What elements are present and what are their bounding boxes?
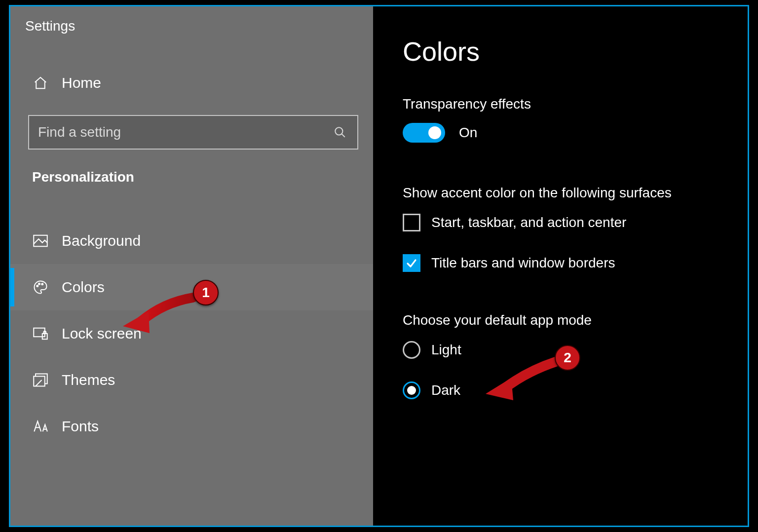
sidebar-section-header: Personalization [10, 150, 373, 185]
svg-point-0 [335, 127, 342, 135]
main-panel: Colors Transparency effects On Show acce… [373, 6, 748, 526]
sidebar-item-label: Themes [62, 372, 115, 388]
sidebar-item-label: Lock screen [62, 325, 142, 342]
transparency-state: On [459, 125, 477, 141]
checkbox-icon [403, 214, 420, 231]
sidebar-item-label: Colors [62, 279, 105, 296]
svg-rect-8 [34, 377, 45, 386]
radio-light[interactable]: Light [403, 341, 748, 359]
radio-label: Dark [431, 382, 460, 398]
checkbox-start-taskbar[interactable]: Start, taskbar, and action center [403, 214, 748, 231]
palette-icon [33, 280, 48, 295]
transparency-toggle[interactable] [403, 123, 445, 143]
search-icon [334, 126, 346, 139]
sidebar-item-lock-screen[interactable]: Lock screen [10, 310, 373, 357]
sidebar-nav: Background Colors Lock screen [10, 218, 373, 450]
sidebar-item-themes[interactable]: Themes [10, 357, 373, 403]
sidebar-item-background[interactable]: Background [10, 218, 373, 264]
checkbox-icon [403, 254, 420, 272]
radio-dark[interactable]: Dark 2 [403, 381, 748, 399]
sidebar-item-fonts[interactable]: Fonts [10, 403, 373, 450]
fonts-icon [33, 419, 48, 434]
svg-point-4 [38, 283, 40, 285]
app-mode-label: Choose your default app mode [403, 312, 748, 328]
sidebar-item-label: Fonts [62, 418, 99, 435]
radio-icon [403, 341, 420, 359]
checkbox-label: Start, taskbar, and action center [431, 215, 626, 230]
svg-point-3 [37, 285, 38, 287]
svg-line-1 [341, 134, 345, 137]
home-label: Home [62, 75, 101, 91]
svg-line-9 [36, 380, 42, 386]
search-placeholder: Find a setting [38, 124, 334, 140]
app-title: Settings [10, 11, 373, 34]
svg-marker-13 [486, 378, 513, 400]
picture-icon [33, 233, 48, 248]
lockscreen-icon [33, 326, 48, 341]
sidebar: Settings Home Find a setting Personaliza… [10, 6, 373, 526]
settings-window: Settings Home Find a setting Personaliza… [9, 5, 749, 527]
page-title: Colors [403, 36, 748, 67]
home-icon [33, 76, 48, 90]
toggle-knob [428, 126, 441, 139]
checkbox-title-bars[interactable]: Title bars and window borders [403, 254, 748, 272]
themes-icon [33, 373, 48, 387]
checkbox-label: Title bars and window borders [431, 255, 615, 271]
sidebar-item-label: Background [62, 232, 141, 249]
transparency-label: Transparency effects [403, 96, 748, 112]
svg-point-5 [41, 283, 43, 285]
sidebar-item-colors[interactable]: Colors [10, 264, 373, 310]
search-input[interactable]: Find a setting [28, 115, 358, 150]
home-button[interactable]: Home [10, 69, 373, 97]
radio-label: Light [431, 342, 461, 358]
accent-surfaces-label: Show accent color on the following surfa… [403, 185, 748, 201]
radio-icon [403, 381, 420, 399]
